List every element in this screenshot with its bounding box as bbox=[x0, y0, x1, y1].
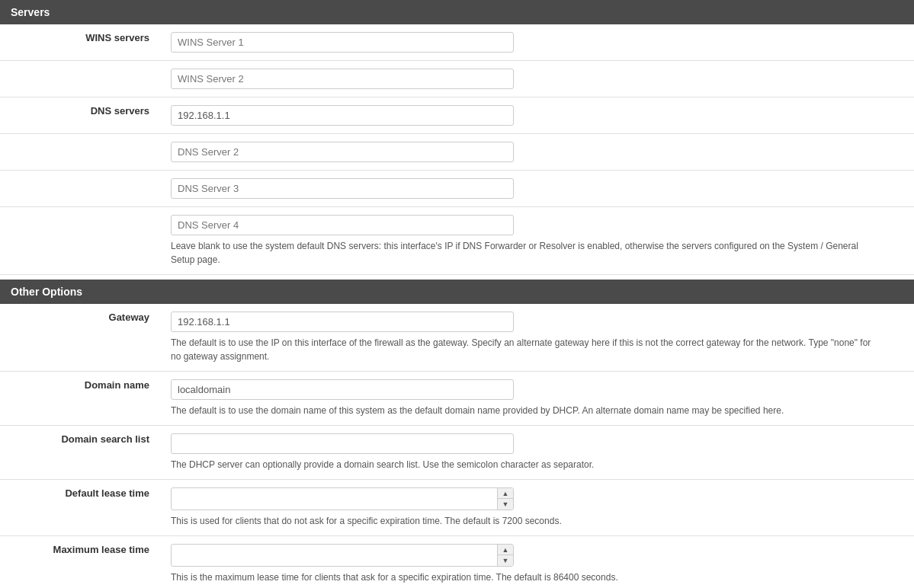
default-lease-time-label: Default lease time bbox=[0, 480, 160, 536]
dns-help-text: Leave blank to use the system default DN… bbox=[171, 239, 872, 267]
domain-name-label: Domain name bbox=[0, 372, 160, 426]
default-lease-time-spinner[interactable]: ▲ ▼ bbox=[171, 487, 514, 510]
max-lease-time-label: Maximum lease time bbox=[0, 536, 160, 589]
default-lease-time-input[interactable] bbox=[172, 490, 497, 509]
max-lease-time-input[interactable] bbox=[172, 546, 497, 565]
max-lease-help-text: This is the maximum lease time for clien… bbox=[171, 570, 872, 584]
dns-server-4-input[interactable] bbox=[171, 215, 514, 235]
dns-server-1-input[interactable] bbox=[171, 105, 514, 126]
dns-servers-label: DNS servers bbox=[0, 97, 160, 134]
domain-name-help-text: The default is to use the domain name of… bbox=[171, 404, 872, 417]
wins-servers-label: WINS servers bbox=[0, 24, 160, 61]
wins-server-1-input[interactable] bbox=[171, 32, 514, 53]
default-lease-help-text: This is used for clients that do not ask… bbox=[171, 514, 872, 528]
domain-search-help-text: The DHCP server can optionally provide a… bbox=[171, 458, 872, 471]
max-lease-time-spinner[interactable]: ▲ ▼ bbox=[171, 544, 514, 567]
other-options-section-header: Other Options bbox=[0, 280, 914, 304]
gateway-input[interactable] bbox=[171, 312, 514, 332]
default-lease-time-up-button[interactable]: ▲ bbox=[498, 488, 513, 499]
dns-server-3-input[interactable] bbox=[171, 178, 514, 199]
dns-server-2-input[interactable] bbox=[171, 142, 514, 162]
default-lease-time-down-button[interactable]: ▼ bbox=[498, 499, 513, 510]
gateway-label: Gateway bbox=[0, 304, 160, 372]
max-lease-time-up-button[interactable]: ▲ bbox=[498, 545, 513, 555]
servers-section-header: Servers bbox=[0, 0, 914, 24]
domain-search-list-label: Domain search list bbox=[0, 426, 160, 480]
max-lease-time-down-button[interactable]: ▼ bbox=[498, 555, 513, 566]
gateway-help-text: The default is to use the IP on this int… bbox=[171, 336, 872, 363]
domain-search-list-input[interactable] bbox=[171, 433, 514, 454]
domain-name-input[interactable] bbox=[171, 379, 514, 400]
wins-server-2-input[interactable] bbox=[171, 69, 514, 89]
